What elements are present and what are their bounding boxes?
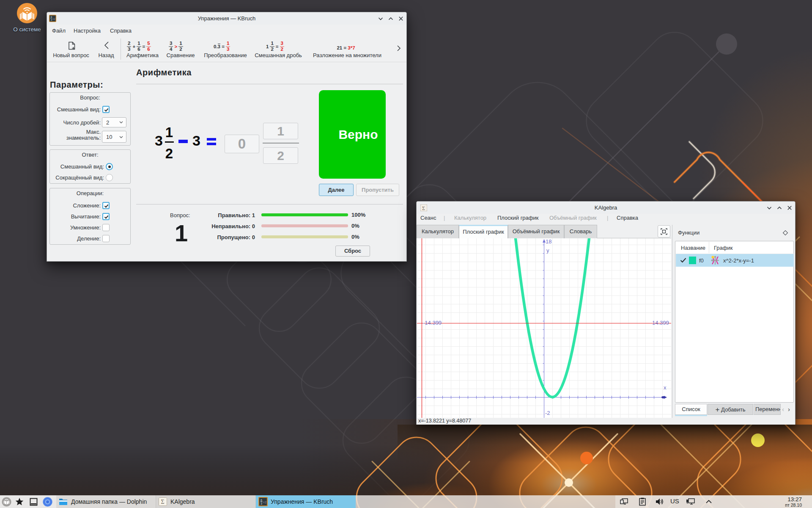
svg-text:=2: =2 xyxy=(263,500,267,504)
svg-text:18: 18 xyxy=(546,238,551,245)
svg-text:О системе: О системе xyxy=(13,26,41,33)
svg-text:-2: -2 xyxy=(545,410,550,416)
svg-text:6: 6 xyxy=(261,499,262,502)
svg-text:3: 3 xyxy=(261,502,262,505)
svg-text:Σ: Σ xyxy=(161,499,165,505)
svg-text:14.399: 14.399 xyxy=(652,320,669,326)
svg-text:-14.399: -14.399 xyxy=(423,320,442,326)
svg-text:x: x xyxy=(664,384,667,391)
svg-text:y: y xyxy=(546,247,549,254)
